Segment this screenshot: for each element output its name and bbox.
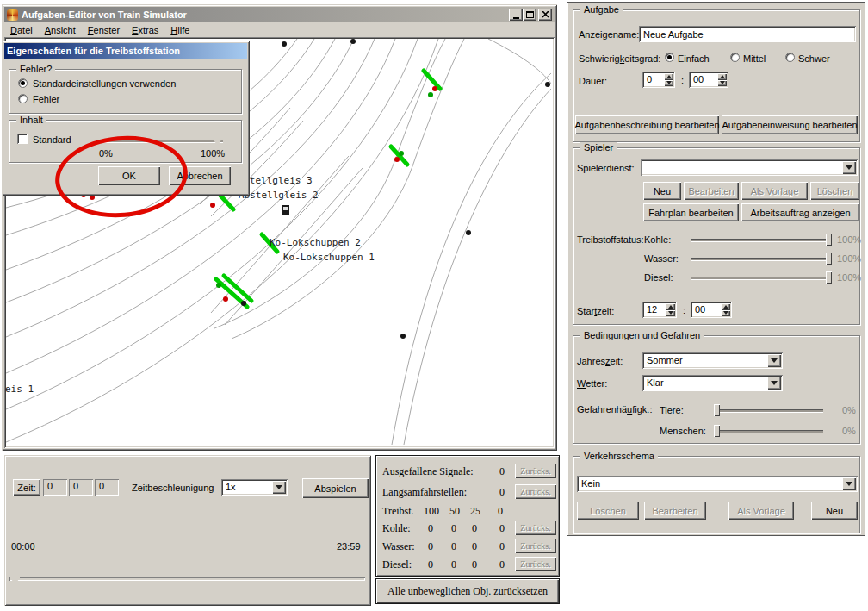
zeit-label: Zeit: (13, 479, 40, 496)
speed-combobox-button[interactable] (272, 481, 286, 494)
spielerdienst-combobox[interactable] (641, 159, 858, 176)
spielerdienst-combobox-button[interactable] (842, 161, 856, 174)
zeit-field-hours[interactable]: 0 (43, 479, 67, 496)
spin-down-icon[interactable] (666, 310, 675, 317)
inhalt-slider-track[interactable] (97, 140, 223, 142)
radio-schwer[interactable] (785, 53, 795, 62)
menu-datei[interactable]: Datei (4, 23, 39, 37)
jahreszeit-combobox[interactable]: Sommer (642, 352, 783, 369)
verkehrsschema-combobox-button[interactable] (842, 477, 856, 490)
window-titlebar[interactable]: Aufgaben-Editor von Train Simulator (4, 7, 555, 22)
wasser-slider-thumb[interactable] (826, 253, 832, 265)
spin-up-icon[interactable] (721, 303, 730, 310)
bearbeiten-button: Bearbeiten (684, 182, 739, 200)
wasser-v3: 0 (499, 541, 505, 552)
dauer-minutes-spinner[interactable]: 00 (689, 72, 728, 88)
spin-down-icon[interactable] (717, 80, 727, 87)
startzeit-hours-spinner[interactable]: 12 (642, 302, 677, 318)
kohle-slider-thumb[interactable] (826, 234, 832, 246)
spin-down-icon[interactable] (721, 310, 730, 317)
jahreszeit-combobox-button[interactable] (767, 354, 781, 367)
task-properties-panel: Aufgabe Anzeigename: Schwierigkeitsgrad:… (567, 2, 865, 536)
zeit-field-seconds[interactable]: 0 (95, 479, 119, 496)
fahrplan-bearbeiten-button[interactable]: Fahrplan bearbeiten (643, 203, 739, 221)
anzeigename-label: Anzeigename: (579, 29, 639, 41)
kohle-v0: 0 (428, 523, 433, 534)
chevron-down-icon (771, 358, 778, 363)
aufgabe-group-label: Aufgabe (580, 4, 623, 16)
timeline-track[interactable] (9, 577, 365, 581)
radio-einfach[interactable] (665, 53, 674, 62)
spielerdienst-label: Spielerdienst: (577, 163, 635, 174)
spin-up-icon[interactable] (664, 73, 673, 80)
timeline-thumb[interactable] (10, 568, 20, 584)
aufgabe-group: Aufgabe Anzeigename: Schwierigkeitsgrad:… (573, 9, 860, 142)
wasser-label: Wasser: (644, 253, 679, 265)
menschen-slider-thumb[interactable] (714, 425, 720, 437)
aufgabeneinweisung-button[interactable]: Aufgabeneinweisung bearbeiten (722, 115, 858, 134)
chevron-down-icon (276, 485, 282, 489)
menu-extras[interactable]: Extras (126, 23, 164, 37)
abspielen-button[interactable]: Abspielen (302, 478, 369, 498)
wetter-combobox-button[interactable] (767, 377, 781, 390)
menschen-label: Menschen: (660, 426, 706, 437)
spin-down-icon[interactable] (664, 80, 673, 87)
diesel-slider-thumb[interactable] (826, 271, 832, 284)
speed-combobox[interactable]: 1x (221, 479, 288, 496)
wetter-combobox[interactable]: Klar (642, 375, 783, 391)
radio-mittel[interactable] (730, 53, 740, 62)
arbeitsauftrag-anzeigen-button[interactable]: Arbeitsauftrag anzeigen (741, 203, 859, 221)
verkehr-neu-button[interactable]: Neu (811, 502, 858, 520)
ok-button[interactable]: OK (98, 166, 160, 185)
radio-fehler-label: Fehler (33, 94, 59, 105)
startzeit-minutes-value: 00 (695, 304, 705, 315)
fuel-station-icon[interactable] (282, 205, 289, 215)
menu-fenster[interactable]: Fenster (82, 23, 126, 37)
standard-checkbox[interactable] (17, 134, 28, 144)
radio-fehler[interactable] (18, 94, 28, 103)
zeit-field-minutes[interactable]: 0 (69, 479, 93, 496)
inhalt-slider-thumb[interactable] (214, 131, 221, 146)
dauer-hours-spinner[interactable]: 0 (642, 72, 675, 88)
menu-hilfe[interactable]: Hilfe (164, 23, 195, 37)
minimize-button[interactable] (509, 9, 523, 21)
treibst-col-0: 0 (498, 506, 503, 517)
verkehrsschema-combobox[interactable]: Kein (577, 476, 858, 492)
reset-all-button[interactable]: Alle unbeweglichen Obj. zurücksetzen (376, 579, 559, 603)
menschen-slider-track[interactable] (714, 430, 823, 433)
timeline-start-label: 00:00 (11, 541, 35, 552)
wasser-percent: 100% (837, 253, 861, 265)
treibst-col-25: 25 (470, 506, 480, 517)
spin-up-icon[interactable] (717, 73, 727, 80)
diesel-percent: 100% (837, 272, 861, 284)
dauer-label: Dauer: (579, 76, 607, 87)
startzeit-minutes-spinner[interactable]: 00 (691, 302, 732, 318)
close-button[interactable] (538, 9, 552, 21)
menu-ansicht[interactable]: Ansicht (39, 23, 82, 37)
properties-dialog: Eigenschaften für die Treibstoffstation … (2, 41, 250, 196)
dauer-minutes-value: 00 (693, 74, 704, 85)
treibst-header-label: Treibst. (382, 506, 414, 517)
tiere-slider-track[interactable] (714, 409, 823, 412)
startzeit-separator: : (683, 305, 685, 316)
dialog-title: Eigenschaften für die Treibstoffstation (7, 46, 180, 56)
neu-button[interactable]: Neu (643, 182, 681, 200)
radio-standardeinstellungen[interactable] (18, 78, 28, 88)
track-label-gleis-1: eis 1 (5, 383, 34, 395)
maximize-button[interactable] (523, 9, 536, 21)
cancel-button[interactable]: Abbrechen (169, 166, 231, 185)
track-label-lokschuppen-2: Ko-Lokschuppen 2 (270, 237, 361, 248)
diesel-slider-track[interactable] (691, 277, 830, 279)
dialog-titlebar[interactable]: Eigenschaften für die Treibstoffstation (4, 43, 247, 59)
aufgabenbeschreibung-button[interactable]: Aufgabenbeschreibung bearbeiten (575, 115, 719, 134)
tiere-slider-thumb[interactable] (714, 404, 720, 416)
schwierigkeitsgrad-label: Schwierigkeitsgrad: (579, 53, 660, 65)
tiere-label: Tiere: (660, 405, 684, 416)
signale-label: Ausgefallene Signale: (382, 466, 474, 477)
spin-up-icon[interactable] (666, 303, 675, 310)
diesel-label: Diesel: (644, 272, 673, 284)
anzeigename-input[interactable] (639, 26, 856, 42)
wasser-slider-track[interactable] (691, 258, 830, 260)
kohle-slider-track[interactable] (691, 239, 830, 241)
langsam-reset-button: Zurücks. (515, 484, 556, 499)
